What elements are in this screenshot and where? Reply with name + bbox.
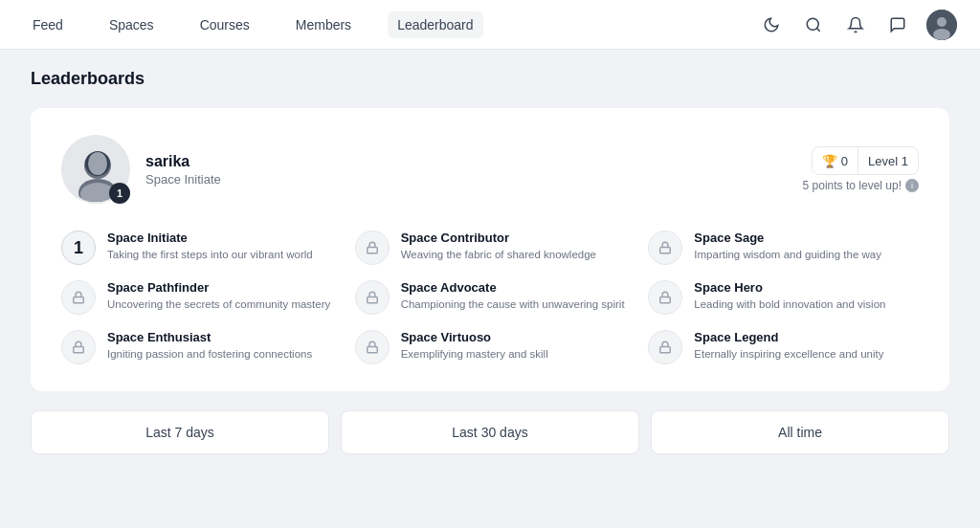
header-actions [758,10,957,40]
search-icon[interactable] [800,11,827,38]
svg-rect-17 [367,346,377,352]
achievement-item-space-pathfinder: Space PathfinderUncovering the secrets o… [61,280,332,315]
achievement-title: Space Contributor [401,231,596,245]
user-avatar-wrap: 1 [61,135,130,204]
nav-courses[interactable]: Courses [190,11,259,38]
svg-rect-11 [367,247,377,253]
svg-point-4 [933,29,950,40]
svg-rect-12 [660,247,671,253]
achievement-rank-icon: 1 [61,231,96,265]
user-profile: 1 sarika Space Initiate 🏆 0 Level 1 5 po… [61,135,919,204]
achievement-lock-icon [648,280,682,315]
achievement-item-space-contributor: Space ContributorWeaving the fabric of s… [355,231,626,265]
achievement-text: Space LegendEternally inspiring excellen… [694,330,883,362]
user-name: sarika [145,153,788,170]
achievement-text: Space InitiateTaking the first steps int… [107,231,313,262]
achievement-lock-icon [355,330,390,364]
achievement-title: Space Legend [694,330,883,344]
achievement-item-space-enthusiast: Space EnthusiastIgniting passion and fos… [61,330,332,364]
svg-point-3 [937,17,947,27]
achievement-title: Space Virtuoso [401,330,548,344]
level-label: Level 1 [858,149,918,173]
points-text: 5 points to level up! [803,179,902,192]
achievement-title: Space Sage [694,231,881,245]
svg-rect-14 [367,297,377,302]
achievement-text: Space HeroLeading with bold innovation a… [694,280,885,312]
achievement-desc: Igniting passion and fostering connectio… [107,346,312,362]
achievement-item-space-hero: Space HeroLeading with bold innovation a… [648,280,919,315]
svg-point-0 [807,18,818,30]
header: Feed Spaces Courses Members Leaderboard [0,0,980,50]
achievement-desc: Championing the cause with unwavering sp… [401,297,625,312]
trophy-level-box: 🏆 0 Level 1 [812,146,919,175]
points-info: 5 points to level up! i [803,179,919,192]
achievement-item-space-virtuoso: Space VirtuosoExemplifying mastery and s… [355,330,626,364]
achievement-lock-icon [648,330,682,364]
achievement-title: Space Pathfinder [107,280,330,295]
info-icon[interactable]: i [905,179,919,192]
svg-rect-15 [660,297,671,302]
achievement-desc: Weaving the fabric of shared knowledge [401,247,596,262]
svg-rect-13 [74,297,84,302]
page-title: Leaderboards [31,69,949,89]
nav-spaces[interactable]: Spaces [100,11,164,38]
trophy-icon: 🏆 [822,154,837,168]
achievement-item-space-initiate: 1Space InitiateTaking the first steps in… [61,231,332,265]
page-content: Leaderboards 1 [0,50,980,473]
achievement-lock-icon [61,280,96,315]
achievement-desc: Imparting wisdom and guiding the way [694,247,881,262]
nav-leaderboard[interactable]: Leaderboard [388,11,482,38]
achievement-desc: Uncovering the secrets of community mast… [107,297,330,312]
trophy-score: 🏆 0 [813,149,858,173]
tabs-row: Last 7 daysLast 30 daysAll time [31,410,949,454]
achievement-title: Space Hero [694,280,885,295]
tab-last-7-days[interactable]: Last 7 days [31,410,329,454]
user-info: sarika Space Initiate [145,153,788,187]
user-avatar-header[interactable] [926,10,957,40]
achievement-desc: Leading with bold innovation and vision [694,297,885,312]
achievement-item-space-legend: Space LegendEternally inspiring excellen… [648,330,919,364]
achievements-grid: 1Space InitiateTaking the first steps in… [61,231,919,364]
achievement-text: Space EnthusiastIgniting passion and fos… [107,330,312,362]
achievement-lock-icon [355,280,390,315]
achievement-desc: Taking the first steps into our vibrant … [107,247,313,262]
svg-rect-18 [660,346,671,352]
achievement-item-space-sage: Space SageImparting wisdom and guiding t… [648,231,919,265]
achievement-lock-icon [355,231,390,265]
rank-badge: 1 [109,183,130,204]
chat-icon[interactable] [884,11,911,38]
achievement-title: Space Enthusiast [107,330,312,344]
achievement-text: Space VirtuosoExemplifying mastery and s… [401,330,548,362]
tab-last-30-days[interactable]: Last 30 days [341,410,639,454]
achievement-desc: Eternally inspiring excellence and unity [694,346,883,362]
achievement-lock-icon [648,231,682,265]
user-stats: 🏆 0 Level 1 5 points to level up! i [803,146,919,192]
notification-icon[interactable] [842,11,869,38]
achievement-title: Space Initiate [107,231,313,245]
svg-rect-16 [74,346,84,352]
dark-mode-icon[interactable] [758,11,785,38]
user-level-label: Space Initiate [145,172,788,187]
achievement-desc: Exemplifying mastery and skill [401,346,548,362]
svg-point-9 [88,152,107,175]
achievement-text: Space PathfinderUncovering the secrets o… [107,280,330,312]
leaderboard-card: 1 sarika Space Initiate 🏆 0 Level 1 5 po… [31,108,949,391]
achievement-text: Space ContributorWeaving the fabric of s… [401,231,596,262]
trophy-value: 0 [841,154,848,168]
achievement-item-space-advocate: Space AdvocateChampioning the cause with… [355,280,626,315]
nav-feed[interactable]: Feed [23,11,73,38]
main-nav: Feed Spaces Courses Members Leaderboard [23,11,483,38]
svg-line-1 [816,28,819,31]
achievement-text: Space AdvocateChampioning the cause with… [401,280,625,312]
tab-all-time[interactable]: All time [651,410,949,454]
achievement-text: Space SageImparting wisdom and guiding t… [694,231,881,262]
achievement-lock-icon [61,330,96,364]
nav-members[interactable]: Members [286,11,361,38]
achievement-title: Space Advocate [401,280,625,295]
